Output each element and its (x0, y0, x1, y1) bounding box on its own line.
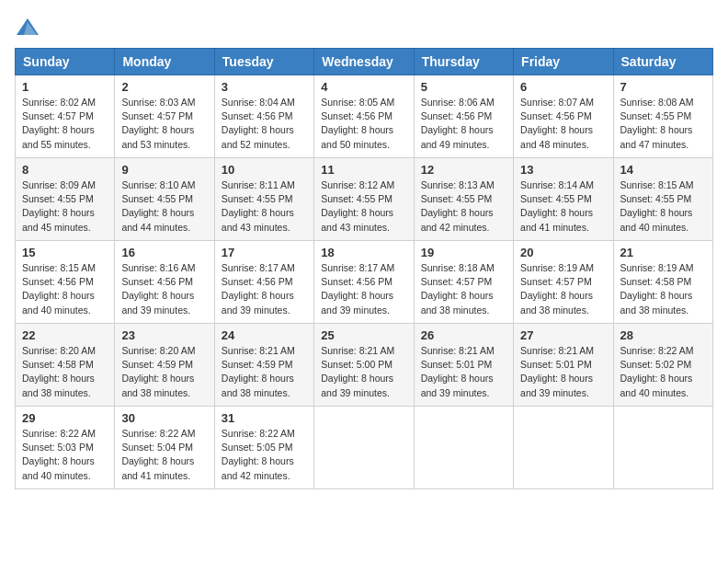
day-info: Sunrise: 8:06 AMSunset: 4:56 PMDaylight:… (421, 97, 495, 150)
day-info: Sunrise: 8:04 AMSunset: 4:56 PMDaylight:… (222, 97, 295, 150)
day-info: Sunrise: 8:15 AMSunset: 4:56 PMDaylight:… (22, 262, 96, 316)
day-number: 26 (421, 328, 506, 342)
day-info: Sunrise: 8:11 AMSunset: 4:55 PMDaylight:… (222, 179, 295, 233)
calendar-cell: 22 Sunrise: 8:20 AMSunset: 4:58 PMDaylig… (16, 324, 115, 407)
calendar-cell: 15 Sunrise: 8:15 AMSunset: 4:56 PMDaylig… (16, 241, 115, 324)
day-number: 21 (620, 246, 706, 259)
day-info: Sunrise: 8:21 AMSunset: 5:01 PMDaylight:… (520, 345, 594, 398)
calendar-cell: 17 Sunrise: 8:17 AMSunset: 4:56 PMDaylig… (214, 241, 313, 324)
day-info: Sunrise: 8:19 AMSunset: 4:57 PMDaylight:… (520, 262, 594, 316)
day-info: Sunrise: 8:05 AMSunset: 4:56 PMDaylight:… (321, 97, 394, 150)
day-number: 9 (121, 163, 207, 177)
day-info: Sunrise: 8:22 AMSunset: 5:02 PMDaylight:… (620, 345, 694, 398)
calendar-cell: 2 Sunrise: 8:03 AMSunset: 4:57 PMDayligh… (115, 75, 214, 158)
weekday-header-friday: Friday (514, 49, 613, 75)
day-info: Sunrise: 8:20 AMSunset: 4:59 PMDaylight:… (121, 345, 195, 398)
logo-icon (15, 15, 40, 40)
calendar-cell: 13 Sunrise: 8:14 AMSunset: 4:55 PMDaylig… (514, 158, 613, 241)
day-number: 12 (421, 163, 506, 177)
calendar-cell: 23 Sunrise: 8:20 AMSunset: 4:59 PMDaylig… (115, 324, 214, 407)
calendar-cell: 26 Sunrise: 8:21 AMSunset: 5:01 PMDaylig… (414, 324, 513, 407)
weekday-header-saturday: Saturday (613, 49, 712, 75)
calendar-cell: 16 Sunrise: 8:16 AMSunset: 4:56 PMDaylig… (115, 241, 214, 324)
calendar-cell: 18 Sunrise: 8:17 AMSunset: 4:56 PMDaylig… (314, 241, 414, 324)
day-number: 7 (620, 80, 706, 94)
day-info: Sunrise: 8:13 AMSunset: 4:55 PMDaylight:… (421, 179, 495, 233)
calendar-cell: 19 Sunrise: 8:18 AMSunset: 4:57 PMDaylig… (414, 241, 513, 324)
calendar-cell: 27 Sunrise: 8:21 AMSunset: 5:01 PMDaylig… (514, 324, 613, 407)
day-info: Sunrise: 8:21 AMSunset: 4:59 PMDaylight:… (222, 345, 295, 398)
calendar-cell: 11 Sunrise: 8:12 AMSunset: 4:55 PMDaylig… (314, 158, 414, 241)
calendar-cell: 5 Sunrise: 8:06 AMSunset: 4:56 PMDayligh… (414, 75, 513, 158)
day-info: Sunrise: 8:20 AMSunset: 4:58 PMDaylight:… (22, 345, 96, 398)
day-number: 27 (520, 328, 606, 342)
day-info: Sunrise: 8:02 AMSunset: 4:57 PMDaylight:… (22, 97, 96, 150)
day-info: Sunrise: 8:18 AMSunset: 4:57 PMDaylight:… (421, 262, 495, 316)
day-info: Sunrise: 8:22 AMSunset: 5:04 PMDaylight:… (121, 428, 195, 481)
calendar-cell: 24 Sunrise: 8:21 AMSunset: 4:59 PMDaylig… (214, 324, 313, 407)
day-info: Sunrise: 8:09 AMSunset: 4:55 PMDaylight:… (22, 179, 96, 233)
calendar-cell: 30 Sunrise: 8:22 AMSunset: 5:04 PMDaylig… (115, 407, 214, 489)
day-number: 14 (620, 163, 706, 177)
calendar-cell (613, 407, 712, 489)
day-number: 24 (222, 328, 307, 342)
calendar-cell: 25 Sunrise: 8:21 AMSunset: 5:00 PMDaylig… (314, 324, 414, 407)
day-info: Sunrise: 8:12 AMSunset: 4:55 PMDaylight:… (321, 179, 394, 233)
day-info: Sunrise: 8:16 AMSunset: 4:56 PMDaylight:… (121, 262, 195, 316)
calendar-week-row: 29 Sunrise: 8:22 AMSunset: 5:03 PMDaylig… (16, 407, 713, 489)
calendar-week-row: 8 Sunrise: 8:09 AMSunset: 4:55 PMDayligh… (16, 158, 713, 241)
calendar-cell (414, 407, 513, 489)
calendar-cell: 9 Sunrise: 8:10 AMSunset: 4:55 PMDayligh… (115, 158, 214, 241)
calendar-cell: 1 Sunrise: 8:02 AMSunset: 4:57 PMDayligh… (16, 75, 115, 158)
day-info: Sunrise: 8:17 AMSunset: 4:56 PMDaylight:… (222, 262, 295, 316)
page-header (15, 15, 713, 40)
calendar-cell: 12 Sunrise: 8:13 AMSunset: 4:55 PMDaylig… (414, 158, 513, 241)
day-number: 13 (520, 163, 606, 177)
calendar-week-row: 22 Sunrise: 8:20 AMSunset: 4:58 PMDaylig… (16, 324, 713, 407)
day-number: 10 (222, 163, 307, 177)
day-number: 25 (321, 328, 406, 342)
day-info: Sunrise: 8:21 AMSunset: 5:00 PMDaylight:… (321, 345, 394, 398)
day-number: 2 (121, 80, 207, 94)
day-info: Sunrise: 8:14 AMSunset: 4:55 PMDaylight:… (520, 179, 594, 233)
day-number: 3 (222, 80, 307, 94)
day-number: 31 (222, 411, 307, 425)
day-number: 20 (520, 246, 606, 259)
calendar-cell: 4 Sunrise: 8:05 AMSunset: 4:56 PMDayligh… (314, 75, 414, 158)
calendar-cell: 3 Sunrise: 8:04 AMSunset: 4:56 PMDayligh… (214, 75, 313, 158)
day-number: 11 (321, 163, 406, 177)
day-info: Sunrise: 8:08 AMSunset: 4:55 PMDaylight:… (620, 97, 694, 150)
calendar-week-row: 15 Sunrise: 8:15 AMSunset: 4:56 PMDaylig… (16, 241, 713, 324)
day-number: 16 (121, 246, 207, 259)
calendar-cell: 20 Sunrise: 8:19 AMSunset: 4:57 PMDaylig… (514, 241, 613, 324)
day-number: 8 (22, 163, 108, 177)
calendar-cell: 6 Sunrise: 8:07 AMSunset: 4:56 PMDayligh… (514, 75, 613, 158)
day-number: 15 (22, 246, 108, 259)
day-info: Sunrise: 8:07 AMSunset: 4:56 PMDaylight:… (520, 97, 594, 150)
day-number: 23 (121, 328, 207, 342)
calendar-cell: 31 Sunrise: 8:22 AMSunset: 5:05 PMDaylig… (214, 407, 313, 489)
day-number: 18 (321, 246, 406, 259)
day-number: 22 (22, 328, 108, 342)
weekday-header-row: SundayMondayTuesdayWednesdayThursdayFrid… (16, 49, 713, 75)
day-info: Sunrise: 8:21 AMSunset: 5:01 PMDaylight:… (421, 345, 495, 398)
calendar-cell (514, 407, 613, 489)
day-number: 6 (520, 80, 606, 94)
day-info: Sunrise: 8:19 AMSunset: 4:58 PMDaylight:… (620, 262, 694, 316)
calendar-cell: 29 Sunrise: 8:22 AMSunset: 5:03 PMDaylig… (16, 407, 115, 489)
day-number: 28 (620, 328, 706, 342)
calendar-cell (314, 407, 414, 489)
day-info: Sunrise: 8:22 AMSunset: 5:03 PMDaylight:… (22, 428, 96, 481)
calendar-cell: 28 Sunrise: 8:22 AMSunset: 5:02 PMDaylig… (613, 324, 712, 407)
day-info: Sunrise: 8:17 AMSunset: 4:56 PMDaylight:… (321, 262, 394, 316)
calendar-cell: 7 Sunrise: 8:08 AMSunset: 4:55 PMDayligh… (613, 75, 712, 158)
day-number: 29 (22, 411, 108, 425)
day-number: 30 (121, 411, 207, 425)
calendar-week-row: 1 Sunrise: 8:02 AMSunset: 4:57 PMDayligh… (16, 75, 713, 158)
weekday-header-thursday: Thursday (414, 49, 513, 75)
day-number: 5 (421, 80, 506, 94)
weekday-header-wednesday: Wednesday (314, 49, 414, 75)
calendar-cell: 10 Sunrise: 8:11 AMSunset: 4:55 PMDaylig… (214, 158, 313, 241)
weekday-header-tuesday: Tuesday (214, 49, 313, 75)
day-number: 4 (321, 80, 406, 94)
